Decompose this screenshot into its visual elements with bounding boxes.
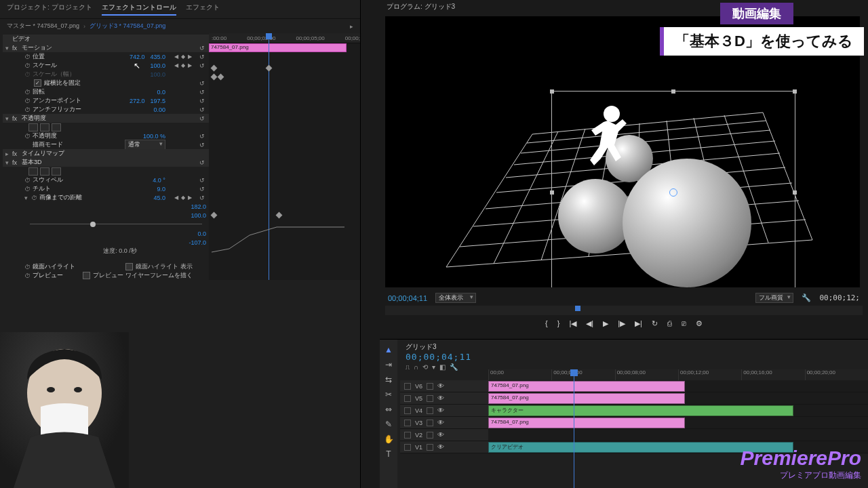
track-lock-toggle[interactable] — [404, 432, 411, 439]
ec-clip-bar[interactable]: 747584_07.png — [209, 43, 347, 52]
resolution-select[interactable]: フル画質 — [755, 293, 793, 303]
timeline-ruler[interactable]: 00;00 00;00;04;00 00;00;08;00 00;00;12;0… — [488, 369, 868, 380]
track-lock-toggle[interactable] — [404, 420, 411, 426]
track-visibility-toggle[interactable] — [427, 420, 433, 426]
prop-distance[interactable]: 画像までの距離 — [39, 193, 82, 202]
keyframe-diamond-icon[interactable] — [218, 74, 224, 81]
reset-icon[interactable]: ↺ — [199, 115, 205, 122]
track-lane[interactable]: 747584_07.png — [488, 380, 868, 392]
prop-preview[interactable]: プレビュー — [33, 271, 63, 280]
reset-icon[interactable]: ↺ — [199, 80, 205, 87]
program-ruler[interactable] — [385, 306, 863, 315]
eye-icon[interactable]: 👁 — [437, 419, 444, 426]
eye-icon[interactable]: 👁 — [437, 382, 444, 390]
keyframe-diamond-icon[interactable] — [276, 212, 283, 219]
prop-rotation[interactable]: 回転 — [33, 87, 45, 96]
stopwatch-icon[interactable]: ⏱ — [24, 133, 33, 140]
razor-tool[interactable]: ✂ — [385, 390, 392, 399]
goto-out-button[interactable]: ▶| — [635, 319, 642, 328]
track-visibility-toggle[interactable] — [427, 383, 433, 390]
keyframe-diamond-icon[interactable] — [211, 212, 218, 219]
play-button[interactable]: ▶ — [603, 319, 608, 328]
track-V4[interactable]: V4👁キャラクター — [400, 405, 868, 417]
ripple-tool[interactable]: ⇆ — [385, 375, 392, 384]
reset-icon[interactable]: ↺ — [199, 98, 205, 104]
keyframe-diamond-icon[interactable] — [211, 74, 218, 81]
reset-icon[interactable]: ↺ — [199, 186, 205, 192]
track-lock-toggle[interactable] — [404, 444, 411, 451]
section-basic3d[interactable]: 基本3D — [22, 158, 42, 167]
track-visibility-toggle[interactable] — [427, 407, 433, 414]
prop-position[interactable]: 位置 — [33, 52, 45, 61]
timeline-playhead[interactable] — [574, 369, 574, 488]
prop-opacity[interactable]: 不透明度 — [33, 131, 57, 140]
program-timecode[interactable]: 00;00;04;11 — [388, 294, 427, 302]
reset-icon[interactable]: ↺ — [199, 133, 205, 140]
wrench-icon[interactable]: 🔧 — [802, 293, 811, 302]
stopwatch-icon[interactable]: ⏱ — [24, 89, 33, 96]
prop-scale[interactable]: スケール — [33, 61, 57, 70]
selection-tool[interactable]: ▲ — [384, 345, 393, 354]
reset-icon[interactable]: ↺ — [199, 62, 205, 69]
mark-in-button[interactable]: { — [545, 319, 548, 328]
zoom-fit-select[interactable]: 全体表示 — [435, 293, 476, 303]
clip[interactable]: 747584_07.png — [488, 393, 685, 404]
prop-swivel[interactable]: スウィベル — [33, 176, 63, 184]
keyframe-diamond-icon[interactable] — [211, 65, 218, 72]
distance-slider[interactable] — [30, 224, 202, 224]
prop-antiflicker[interactable]: アンチフリッカー — [33, 105, 81, 114]
keyframe-nav[interactable]: ◀ ◆ ▶ — [174, 54, 193, 60]
track-visibility-toggle[interactable] — [427, 432, 433, 439]
stopwatch-icon[interactable]: ⏱ — [24, 54, 33, 60]
eye-icon[interactable]: 👁 — [437, 394, 444, 402]
eye-icon[interactable]: 👁 — [437, 431, 444, 439]
mask-icons[interactable] — [28, 123, 61, 131]
prop-tilt[interactable]: チルト — [33, 184, 51, 193]
mask-icons[interactable] — [28, 167, 61, 176]
specular-checkbox[interactable] — [125, 263, 133, 270]
timeline-timecode[interactable]: 00;00;04;11 — [406, 352, 863, 362]
track-visibility-toggle[interactable] — [427, 444, 433, 451]
stopwatch-icon[interactable]: ⏱ — [24, 177, 33, 184]
pen-tool[interactable]: ✎ — [385, 420, 392, 429]
effect-controls-timeline[interactable]: :00:00 00;00;02;00 00;00;05;00 00;00; 74… — [209, 33, 360, 280]
section-motion[interactable]: モーション — [22, 43, 52, 52]
section-opacity[interactable]: 不透明度 — [22, 114, 46, 123]
blend-mode-select[interactable]: 通常 — [125, 140, 165, 150]
anchor-point-icon[interactable] — [669, 188, 677, 197]
step-back-button[interactable]: ◀| — [586, 319, 593, 328]
export-frame-button[interactable]: ⎙ — [667, 319, 672, 328]
reset-icon[interactable]: ↺ — [199, 159, 205, 166]
loop-button[interactable]: ↻ — [652, 319, 658, 328]
uniform-scale-checkbox[interactable] — [34, 79, 41, 87]
tab-effects[interactable]: エフェクト — [186, 3, 220, 16]
stopwatch-icon[interactable]: ⏱ — [24, 264, 33, 270]
track-lock-toggle[interactable] — [404, 395, 411, 402]
keyframe-diamond-icon[interactable] — [266, 65, 273, 72]
track-lane[interactable]: 747584_07.png — [488, 417, 868, 428]
slip-tool[interactable]: ⇔ — [385, 405, 392, 414]
program-playhead[interactable] — [575, 306, 580, 311]
mark-out-button[interactable]: } — [557, 319, 560, 328]
program-tab[interactable]: プログラム: グリッド3 — [380, 0, 868, 14]
stopwatch-icon[interactable]: ⏱ — [24, 62, 33, 69]
reset-icon[interactable]: ↺ — [199, 177, 205, 184]
stopwatch-icon[interactable]: ⏱ — [24, 186, 33, 192]
reset-icon[interactable]: ↺ — [199, 106, 205, 113]
goto-in-button[interactable]: |◀ — [569, 319, 576, 328]
section-timeremap[interactable]: タイムリマップ — [22, 149, 64, 158]
track-lock-toggle[interactable] — [404, 407, 411, 414]
reset-icon[interactable]: ↺ — [199, 89, 205, 96]
reset-icon[interactable]: ↺ — [199, 195, 205, 201]
reset-icon[interactable]: ↺ — [199, 45, 205, 52]
sequence-name[interactable]: グリッド3 — [406, 342, 863, 352]
keyframe-nav[interactable]: ◀ ◆ ▶ — [174, 62, 193, 68]
clip[interactable]: 747584_07.png — [488, 418, 685, 428]
selection-box[interactable] — [551, 91, 795, 287]
track-lock-toggle[interactable] — [404, 383, 411, 390]
eye-icon[interactable]: 👁 — [437, 443, 444, 451]
prop-anchor[interactable]: アンカーポイント — [33, 96, 81, 105]
track-V2[interactable]: V2👁 — [400, 429, 868, 441]
reset-icon[interactable]: ↺ — [199, 54, 205, 60]
stopwatch-icon[interactable]: ⏱ — [24, 272, 33, 279]
